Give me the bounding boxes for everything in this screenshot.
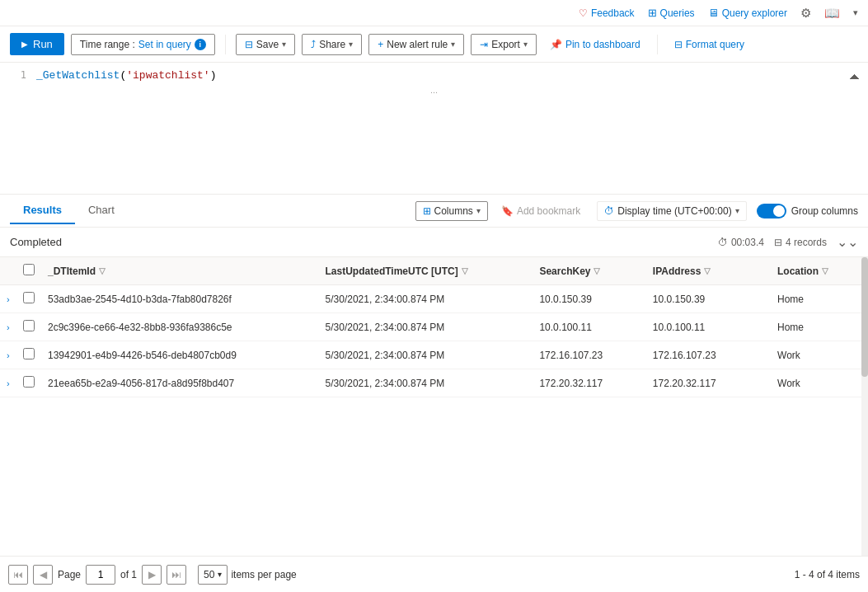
clock-icon: ⏱	[604, 205, 614, 217]
display-time-chevron: ▾	[735, 206, 739, 215]
pin-dashboard-button[interactable]: 📌 Pin to dashboard	[543, 35, 647, 54]
save-chevron: ▾	[282, 40, 286, 49]
display-time-button[interactable]: ⏱ Display time (UTC+00:00) ▾	[597, 201, 746, 221]
results-tab-label: Results	[23, 204, 62, 216]
location-filter-icon[interactable]: ▽	[822, 266, 828, 275]
share-label: Share	[319, 39, 345, 50]
next-page-button[interactable]: ▶	[142, 565, 162, 585]
col-dtitemid-label: _DTItemId	[48, 265, 96, 277]
export-label: Export	[491, 39, 520, 50]
row-dtitemid-1: 2c9c396e-ce66-4e32-8bb8-936fa9386c5e	[41, 313, 319, 341]
feedback-button[interactable]: ♡ Feedback	[579, 7, 635, 19]
dtitemid-filter-icon[interactable]: ▽	[99, 266, 106, 275]
tab-results[interactable]: Results	[10, 197, 75, 224]
first-page-button[interactable]: ⏮	[8, 565, 28, 585]
share-button[interactable]: ⤴ Share ▾	[302, 34, 362, 55]
editor-ellipsis: ...	[0, 82, 868, 98]
columns-button[interactable]: ⊞ Columns ▾	[415, 201, 488, 221]
results-tabs-bar: Results Chart ⊞ Columns ▾ 🔖 Add bookmark…	[0, 195, 868, 228]
th-location: Location ▽	[771, 257, 861, 285]
row-ip-0: 10.0.150.39	[646, 285, 771, 313]
results-table-container: _DTItemId ▽ LastUpdatedTimeUTC [UTC] ▽	[0, 257, 868, 556]
lastupdated-filter-icon[interactable]: ▽	[462, 266, 468, 275]
alert-icon: +	[378, 39, 383, 50]
row-ip-3: 172.20.32.117	[646, 369, 771, 397]
results-area: Results Chart ⊞ Columns ▾ 🔖 Add bookmark…	[0, 195, 868, 592]
top-toolbar: ♡ Feedback ⊞ Queries 🖥 Query explorer ⚙ …	[0, 0, 868, 26]
save-icon: ⊟	[245, 39, 253, 50]
pin-icon: 📌	[550, 39, 562, 50]
prev-page-button[interactable]: ◀	[33, 565, 53, 585]
row-time-1: 5/30/2021, 2:34:00.874 PM	[319, 313, 533, 341]
add-bookmark-button[interactable]: 🔖 Add bookmark	[495, 202, 587, 220]
scrollbar-track[interactable]	[861, 257, 868, 556]
th-checkbox	[16, 257, 41, 285]
scrollbar-thumb[interactable]	[861, 257, 868, 377]
new-alert-button[interactable]: + New alert rule ▾	[368, 34, 464, 55]
table-row: › 53adb3ae-2545-4d10-b3da-7fab80d7826f 5…	[0, 285, 861, 313]
group-columns-toggle-switch[interactable]	[757, 204, 786, 218]
explorer-icon: 🖥	[708, 7, 719, 19]
save-button[interactable]: ⊟ Save ▾	[236, 34, 295, 55]
action-toolbar: ▶ Run Time range : Set in query i ⊟ Save…	[0, 26, 868, 63]
time-range-button[interactable]: Time range : Set in query i	[71, 34, 215, 55]
code-paren-close: )	[210, 69, 217, 82]
format-label: Format query	[686, 39, 744, 50]
new-alert-label: New alert rule	[387, 39, 448, 50]
items-per-page-dropdown[interactable]: 50 ▾	[198, 565, 228, 585]
row-time-2: 5/30/2021, 2:34:00.874 PM	[319, 341, 533, 369]
queries-button[interactable]: ⊞ Queries	[648, 7, 695, 19]
ipaddress-filter-icon[interactable]: ▽	[704, 266, 711, 275]
row-expand-2[interactable]: ›	[0, 341, 16, 369]
row-dtitemid-2: 13942901-e4b9-4426-b546-deb4807cb0d9	[41, 341, 319, 369]
row-dtitemid-3: 21eea65b-e2a9-4056-817d-a8d95f8bd407	[41, 369, 319, 397]
page-number-input[interactable]	[86, 565, 115, 585]
book-icon[interactable]: 📖	[824, 6, 840, 21]
row-expand-3[interactable]: ›	[0, 369, 16, 397]
th-dtitemid: _DTItemId ▽	[41, 257, 319, 285]
row-expand-0[interactable]: ›	[0, 285, 16, 313]
items-per-page-value: 50	[204, 569, 214, 580]
group-columns-toggle: Group columns	[757, 204, 858, 218]
items-dropdown-arrow: ▾	[218, 570, 222, 579]
th-ipaddress: IPAddress ▽	[646, 257, 771, 285]
searchkey-filter-icon[interactable]: ▽	[594, 266, 600, 275]
editor-code-line: _GetWatchlist('ipwatchlist')	[36, 69, 216, 82]
format-query-button[interactable]: ⊟ Format query	[668, 35, 751, 54]
share-chevron: ▾	[349, 40, 353, 49]
line-number: 1	[7, 69, 26, 81]
row-checkbox-0[interactable]	[16, 285, 41, 313]
tab-chart[interactable]: Chart	[75, 197, 128, 224]
row-checkbox-3[interactable]	[16, 369, 41, 397]
run-icon: ▶	[21, 40, 28, 49]
export-icon: ⇥	[480, 39, 488, 50]
row-checkbox-1[interactable]	[16, 313, 41, 341]
row-checkbox-2[interactable]	[16, 341, 41, 369]
row-time-3: 5/30/2021, 2:34:00.874 PM	[319, 369, 533, 397]
row-location-1: Home	[771, 313, 861, 341]
status-text: Completed	[10, 236, 718, 248]
query-explorer-button[interactable]: 🖥 Query explorer	[708, 7, 787, 19]
table-small-icon: ⊟	[774, 237, 782, 248]
last-page-button[interactable]: ⏭	[167, 565, 186, 585]
feedback-label: Feedback	[591, 7, 635, 19]
collapse-editor-button[interactable]: ⏶	[848, 69, 861, 84]
run-button[interactable]: ▶ Run	[10, 33, 64, 55]
select-all-checkbox[interactable]	[23, 264, 35, 275]
time-range-value: Set in query	[138, 39, 191, 50]
chevron-down-icon[interactable]: ▾	[853, 7, 858, 18]
table-header-row: _DTItemId ▽ LastUpdatedTimeUTC [UTC] ▽	[0, 257, 861, 285]
results-table: _DTItemId ▽ LastUpdatedTimeUTC [UTC] ▽	[0, 257, 861, 397]
row-expand-1[interactable]: ›	[0, 313, 16, 341]
bookmark-icon: 🔖	[501, 205, 514, 217]
settings-icon[interactable]: ⚙	[800, 6, 811, 21]
queries-icon: ⊞	[648, 7, 657, 19]
expand-results-button[interactable]: ⌄⌄	[837, 234, 858, 250]
export-button[interactable]: ⇥ Export ▾	[471, 34, 537, 55]
columns-chevron: ▾	[476, 206, 481, 215]
row-dtitemid-0: 53adb3ae-2545-4d10-b3da-7fab80d7826f	[41, 285, 319, 313]
display-time-label: Display time (UTC+00:00)	[617, 205, 731, 217]
run-label: Run	[33, 38, 53, 50]
query-editor[interactable]: 1 _GetWatchlist('ipwatchlist') ... ⏶	[0, 63, 868, 195]
row-searchkey-3: 172.20.32.117	[533, 369, 645, 397]
